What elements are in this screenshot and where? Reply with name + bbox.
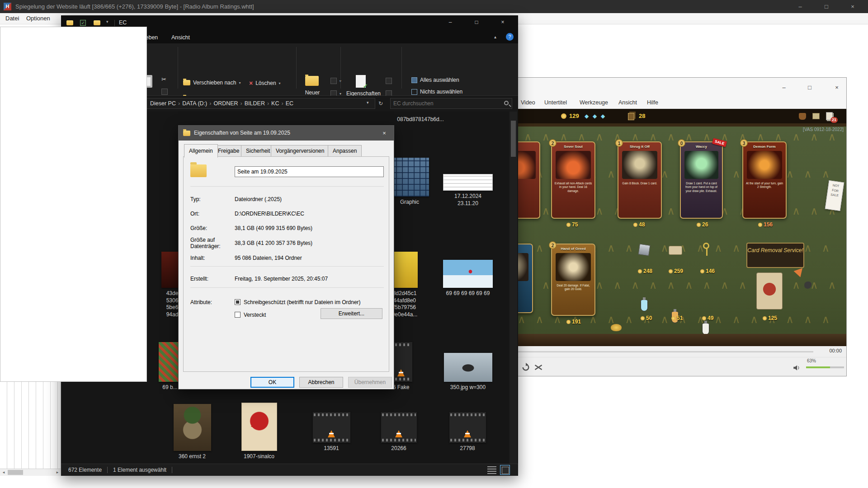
search-input[interactable] (393, 99, 497, 108)
hidden-checkbox[interactable] (235, 312, 241, 318)
gold-coin-icon (561, 113, 566, 119)
file-item[interactable]: 087bd878147b6d... (377, 114, 463, 123)
file-item[interactable]: 13591 (307, 412, 356, 452)
breadcrumb-item[interactable]: ORDNER (212, 100, 239, 107)
divider (401, 47, 402, 89)
advanced-button[interactable]: Erweitert... (321, 308, 382, 319)
file-item[interactable]: 17.12.2024 23.11.20 (440, 174, 496, 207)
folder-name-field[interactable] (235, 166, 384, 177)
field-label: Attribute: (190, 299, 212, 305)
file-thumbnail (449, 412, 486, 443)
menu-werkzeuge[interactable]: Werkzeuge (580, 99, 608, 106)
breadcrumb-item[interactable]: Dieser PC (149, 100, 177, 107)
select-none-button[interactable]: Nichts auswählen (411, 89, 462, 95)
thumbnails-view-icon[interactable] (500, 465, 510, 475)
checkmark-icon[interactable]: ✓ (80, 20, 86, 26)
file-thumbnail (444, 353, 492, 382)
folder-icon[interactable] (94, 20, 100, 25)
copy-path-icon[interactable] (161, 89, 168, 95)
field-label: Typ: (190, 196, 201, 202)
open-icon[interactable] (386, 78, 392, 84)
httrack-titlebar: H Spiegelung der Website läuft [386/665 … (0, 0, 868, 13)
volume-icon[interactable] (793, 364, 802, 373)
tab-anpassen[interactable]: Anpassen (328, 145, 362, 157)
close-button[interactable]: × (375, 126, 394, 141)
scroll-up-icon[interactable] (509, 112, 517, 119)
volume-fill (806, 366, 830, 368)
cut-icon[interactable]: ✂ (161, 76, 166, 83)
maximize-button[interactable]: □ (466, 15, 487, 29)
folder-icon (183, 131, 190, 136)
selected-count: 1 Element ausgewählt (113, 467, 166, 473)
search-icon (504, 101, 509, 105)
refresh-icon[interactable]: ↻ (378, 100, 383, 107)
close-button[interactable]: × (829, 81, 845, 94)
file-item[interactable]: 69 69 69 69 69 69 (440, 260, 496, 297)
move-to-button[interactable]: Verschieben nach ▾ (183, 80, 241, 86)
details-view-icon[interactable] (487, 466, 496, 474)
tab-vorgaengerversionen[interactable]: Vorgängerversionen (271, 145, 329, 157)
scrollbar-thumb[interactable] (8, 470, 23, 475)
delete-button[interactable]: × Löschen ▾ (249, 80, 281, 87)
tab-allgemein[interactable]: Allgemein (184, 144, 218, 158)
close-button[interactable]: × (492, 15, 513, 29)
ok-button[interactable]: OK (250, 377, 294, 388)
menu-video[interactable]: Video (521, 99, 535, 106)
loop-button[interactable] (521, 363, 530, 372)
maximize-button[interactable]: □ (816, 0, 837, 13)
folder-icon[interactable] (66, 20, 73, 25)
relic-price: 248 (638, 268, 652, 274)
help-icon[interactable]: ? (506, 33, 514, 41)
menu-untertitel[interactable]: Untertitel (544, 99, 567, 106)
scroll-down-icon[interactable] (509, 456, 517, 464)
card-text: At the start of your turn, gain 2 Streng… (745, 182, 783, 189)
card-name: Waccy (682, 145, 721, 149)
file-item[interactable]: 27798 (445, 412, 490, 452)
menu-hilfe[interactable]: Hilfe (647, 99, 658, 106)
readonly-checkbox[interactable] (235, 299, 241, 305)
menu-optionen[interactable]: Optionen (24, 15, 53, 22)
menu-ansicht[interactable]: Ansicht (618, 99, 637, 106)
file-item[interactable]: 350.jpg w=300 (440, 353, 496, 391)
scroll-right-icon[interactable]: ▸ (54, 469, 61, 476)
file-label: 17.12.2024 23.11.20 (440, 193, 496, 207)
qat-dropdown-icon[interactable]: ▾ (106, 19, 108, 24)
breadcrumb-item[interactable]: EC (284, 100, 295, 107)
file-thumbnail (313, 412, 350, 443)
minimize-button[interactable]: – (789, 0, 811, 13)
close-button[interactable]: × (842, 0, 863, 13)
scrollbar[interactable] (509, 112, 517, 464)
breadcrumb-item[interactable]: BILDER (243, 100, 266, 107)
scrollbar-thumb[interactable] (511, 121, 516, 157)
breadcrumb[interactable]: Dieser PC › DATA (D:) › ORDNER › BILDER … (146, 98, 375, 109)
select-all-button[interactable]: Alles auswählen (411, 77, 459, 83)
properties-icon[interactable]: ✓ (356, 75, 366, 88)
file-item[interactable]: Sinalco 1907-sinalco (236, 403, 282, 460)
ribbon-collapse-icon[interactable]: ▴ (494, 34, 496, 39)
vlc-cone-icon (464, 430, 471, 437)
horizontal-scrollbar[interactable]: ◂ ▸ (0, 469, 61, 476)
search-box[interactable] (390, 98, 512, 109)
new-folder-icon[interactable] (305, 76, 319, 86)
gem-icon: ◆ (593, 113, 597, 119)
shuffle-button[interactable] (534, 363, 543, 372)
maximize-button[interactable]: □ (802, 81, 818, 94)
tab-sicherheit[interactable]: Sicherheit (241, 145, 275, 157)
field-label: Ort: (190, 211, 199, 217)
vlc-cone-icon (397, 369, 405, 376)
new-item-button[interactable]: ▾ (330, 78, 341, 84)
cancel-button[interactable]: Abbrechen (299, 377, 343, 388)
breadcrumb-item[interactable]: DATA (D:) (181, 100, 208, 107)
file-item[interactable]: 360 ernst 2 (167, 404, 217, 460)
address-dropdown-icon[interactable]: ▾ (367, 100, 369, 105)
menu-datei[interactable]: Datei (3, 15, 22, 22)
tab-ansicht[interactable]: Ansicht (169, 33, 193, 42)
volume-slider[interactable] (806, 366, 844, 368)
minimize-button[interactable]: – (440, 15, 461, 29)
blank-window (0, 27, 147, 382)
scroll-left-icon[interactable]: ◂ (0, 469, 7, 476)
breadcrumb-item[interactable]: KC (270, 100, 280, 107)
minimize-button[interactable]: – (776, 81, 792, 94)
file-item[interactable]: 20266 (376, 412, 421, 452)
apply-button[interactable]: Übernehmen (348, 377, 392, 388)
